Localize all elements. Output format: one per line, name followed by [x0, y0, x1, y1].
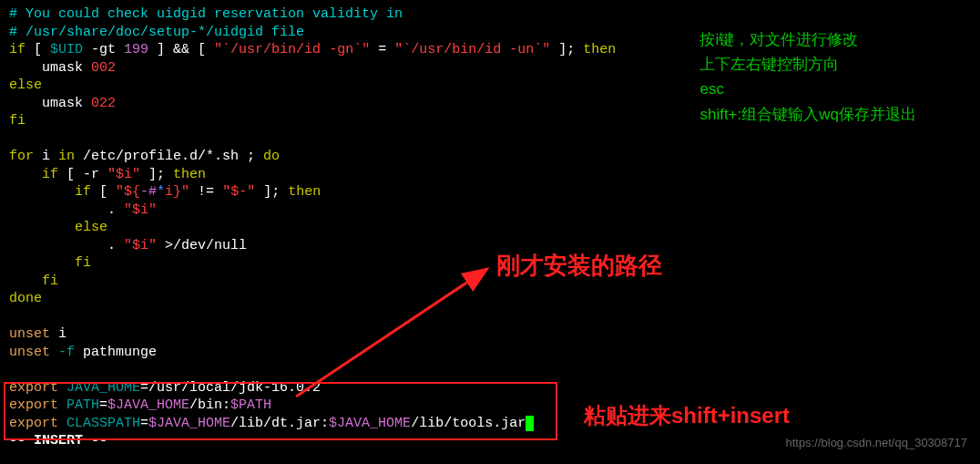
keyword-done: done — [9, 291, 42, 306]
export-statement: export — [9, 380, 58, 396]
export-statement: export — [9, 416, 58, 431]
keyword-else: else — [9, 77, 42, 93]
keyword-if: if — [9, 42, 26, 57]
annotation-instructions: 按i键，对文件进行修改 上下左右键控制方向 esc shift+:组合键输入wq… — [699, 27, 916, 127]
cursor-icon — [526, 416, 534, 431]
vim-mode: -- INSERT -- — [9, 433, 107, 449]
export-statement: export — [9, 397, 58, 413]
keyword-for: for — [9, 149, 34, 164]
comment-line: # /usr/share/doc/setup-*/uidgid file — [9, 25, 304, 40]
annotation-paste-label: 粘贴进来shift+insert — [584, 401, 790, 429]
watermark-text: https://blog.csdn.net/qq_30308717 — [786, 436, 968, 451]
annotation-path-label: 刚才安装的路径 — [496, 251, 662, 282]
keyword-fi: fi — [9, 113, 26, 129]
comment-line: # You could check uidgid reservation val… — [9, 6, 403, 22]
